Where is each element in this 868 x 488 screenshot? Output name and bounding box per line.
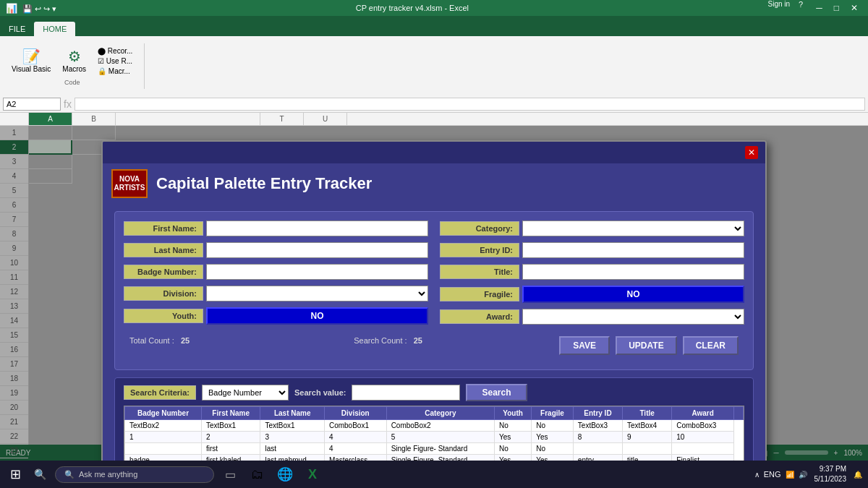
category-select[interactable]	[522, 221, 744, 236]
language-icon[interactable]: ENG	[764, 470, 781, 479]
workspace: 1 2 3 4 5 6 7 8 9 10 11 12 13 14 15 16 1…	[0, 126, 868, 445]
cell-badge: 1	[125, 432, 202, 443]
record-macro-btn[interactable]: ⬤ Recor...	[95, 46, 135, 56]
tab-file[interactable]: FILE	[0, 22, 34, 36]
search-criteria-select[interactable]: Badge Number First Name Last Name Divisi…	[202, 385, 289, 401]
col-fragile: Fragile	[532, 407, 574, 420]
dialog-body: First Name: Last Name: Badge Number:	[103, 204, 765, 488]
macro-security-btn[interactable]: 🔒 Macr...	[95, 67, 135, 76]
table-row[interactable]: first last 4 Single Figure- Standard No …	[125, 443, 744, 455]
badge-input[interactable]	[206, 264, 428, 280]
cell-eid: 8	[573, 432, 622, 443]
cell-div: ComboBox1	[324, 420, 386, 432]
visual-basic-btn[interactable]: 📝 Visual Basic	[9, 46, 54, 76]
formula-input[interactable]	[75, 98, 865, 111]
cell-badge: TextBox2	[125, 420, 202, 432]
cell-fname: 2	[201, 432, 260, 443]
cell-award: 10	[672, 432, 734, 443]
name-box[interactable]	[3, 98, 61, 111]
cell-fragile: No	[532, 420, 574, 432]
table-row[interactable]: 1 2 3 4 5 Yes Yes 8 9 10	[125, 432, 744, 443]
minimize-btn[interactable]: ─	[812, 0, 827, 16]
col-headers: A B T U	[0, 113, 868, 126]
excel-title: CP entry tracker v4.xlsm - Excel	[56, 4, 767, 12]
col-title: Title	[623, 407, 672, 420]
division-select[interactable]	[206, 286, 428, 301]
save-btn[interactable]: SAVE	[559, 336, 610, 355]
ribbon-small-buttons: ⬤ Recor... ☑ Use R... 🔒 Macr...	[95, 46, 135, 76]
cell-fragile: Yes	[532, 432, 574, 443]
start-btn[interactable]: ⊞	[6, 463, 25, 485]
ribbon-content: 📝 Visual Basic ⚙ Macros ⬤ Recor... ☑ Use…	[0, 36, 868, 95]
form-row-division: Division:	[124, 286, 428, 301]
tab-home[interactable]: HOME	[34, 22, 75, 36]
dialog-close-btn[interactable]: ✕	[745, 146, 758, 159]
dialog-titlebar: ✕	[103, 142, 765, 163]
maximize-btn[interactable]: □	[830, 0, 843, 16]
form-row-entryid: Entry ID:	[440, 242, 744, 258]
entryid-input[interactable]	[522, 242, 744, 258]
taskbar-time-text: 9:37 PM	[814, 464, 847, 474]
search-value-label: Search value:	[294, 388, 346, 397]
update-btn[interactable]: UPDATE	[616, 336, 676, 355]
corner-cell	[0, 113, 29, 125]
fragile-toggle[interactable]: NO	[522, 286, 744, 303]
clear-btn[interactable]: CLEAR	[683, 336, 739, 355]
form-section: First Name: Last Name: Badge Number:	[114, 211, 754, 370]
table-row[interactable]: TextBox2 TextBox1 TextBox1 ComboBox1 Com…	[125, 420, 744, 432]
cell-eid: TextBox3	[573, 420, 622, 432]
taskbar-date-text: 5/11/2023	[814, 474, 847, 484]
cell-fname: TextBox1	[201, 420, 260, 432]
youth-label: Youth:	[124, 309, 203, 323]
vba-icon: 📝	[22, 48, 41, 65]
division-label: Division:	[124, 286, 203, 301]
tray-up-icon[interactable]: ∧	[754, 471, 760, 479]
category-label: Category:	[440, 221, 519, 236]
taskbar-app-files[interactable]: 🗂	[246, 463, 269, 486]
cell-eid	[573, 443, 622, 455]
search-count-text: Search Count : 25	[354, 336, 422, 345]
form-row-fragile: Fragile: NO	[440, 286, 744, 303]
formula-divider: fx	[64, 98, 72, 110]
cell-award	[672, 443, 734, 455]
search-row: Search Criteria: Badge Number First Name…	[124, 384, 744, 401]
ribbon-tab-bar: FILE HOME	[0, 16, 868, 36]
lastname-input[interactable]	[206, 242, 428, 258]
form-row-award: Award:	[440, 309, 744, 325]
notification-icon[interactable]: 🔔	[854, 471, 862, 479]
cell-youth: Yes	[495, 432, 532, 443]
window-close-btn[interactable]: ✕	[846, 0, 862, 16]
col-header-spacer	[116, 113, 260, 125]
taskbar-app-chrome[interactable]: 🌐	[273, 463, 297, 486]
code-group-label: Code	[64, 79, 80, 86]
col-last-name: Last Name	[260, 407, 324, 420]
taskbar-datetime[interactable]: 9:37 PM 5/11/2023	[814, 464, 847, 484]
dialog-title: Capital Palette Entry Tracker	[156, 174, 372, 193]
wifi-icon[interactable]: 📶	[786, 471, 794, 479]
macros-btn[interactable]: ⚙ Macros	[59, 46, 89, 76]
title-label: Title:	[440, 265, 519, 279]
window-controls: Sign in ? ─ □ ✕	[768, 0, 862, 16]
youth-toggle[interactable]: NO	[206, 307, 428, 325]
speaker-icon[interactable]: 🔊	[799, 471, 807, 479]
col-badge-number: Badge Number	[125, 407, 202, 420]
taskbar-app-taskview[interactable]: ▭	[218, 463, 242, 486]
search-btn[interactable]: Search	[466, 384, 527, 401]
taskbar-app-excel[interactable]: X	[301, 463, 324, 486]
col-first-name: First Name	[201, 407, 260, 420]
use-relative-btn[interactable]: ☑ Use R...	[95, 56, 135, 66]
title-input[interactable]	[522, 264, 744, 280]
firstname-input[interactable]	[206, 221, 428, 236]
cell-lname: last	[260, 443, 324, 455]
award-select[interactable]	[522, 309, 744, 325]
table-header-row: Badge Number First Name Last Name Divisi…	[125, 407, 744, 420]
search-btn-taskbar[interactable]: 🔍	[30, 466, 51, 483]
form-row-firstname: First Name:	[124, 221, 428, 236]
col-header-b: B	[72, 113, 116, 125]
form-row-youth: Youth: NO	[124, 307, 428, 325]
cell-cat: 5	[386, 432, 494, 443]
form-row-title: Title:	[440, 264, 744, 280]
search-value-input[interactable]	[352, 385, 460, 401]
macros-label: Macros	[62, 65, 86, 73]
search-icon: 🔍	[64, 470, 75, 479]
